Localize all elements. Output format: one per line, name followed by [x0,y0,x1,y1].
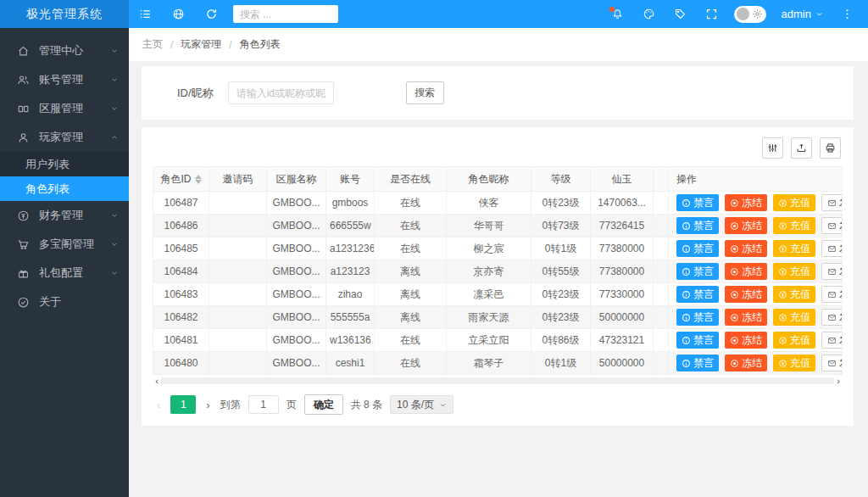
mute-icon [682,336,691,345]
goto-page-input[interactable] [248,395,279,414]
invite-code-cell [209,192,267,215]
freeze-icon [730,290,739,299]
col-actions: 操作 [669,167,843,192]
fullscreen-button[interactable] [696,0,727,28]
send-mail-button[interactable]: 发送邮件 [821,194,843,211]
recharge-button[interactable]: 充值 [773,240,815,257]
freeze-button[interactable]: 冻结 [725,332,767,349]
send-mail-button[interactable]: 发送邮件 [821,240,843,257]
table-body: 106487GMBOO...gmboos在线侠客0转23级1470063...禁… [153,192,843,375]
user-dropdown[interactable]: admin [773,8,832,20]
invite-code-cell [209,329,267,352]
xianyu-cell: 1470063... [591,192,654,215]
table-row: 106486GMBOO...666555w在线华哥哥0转73级77326415禁… [153,215,843,237]
send-mail-button[interactable]: 发送邮件 [821,263,843,280]
freeze-button[interactable]: 冻结 [725,194,767,211]
topbar-search-input[interactable] [233,5,338,23]
sidebar-item-finance-management[interactable]: 财务管理 [0,201,129,230]
online-cell: 在线 [375,329,447,352]
scroll-left-icon[interactable]: ‹ [153,377,161,385]
theme-button[interactable] [633,0,665,28]
online-cell: 离线 [375,306,447,329]
send-mail-button[interactable]: 发送邮件 [821,217,843,234]
theme-toggle[interactable] [734,6,766,23]
recharge-button[interactable]: 充值 [773,309,815,326]
sidebar-item-player-management[interactable]: 玩家管理 [0,123,129,152]
current-page[interactable]: 1 [170,395,196,414]
role-id-cell: 106486 [153,215,209,237]
breadcrumb-home[interactable]: 主页 [142,37,163,52]
mute-button[interactable]: 禁言 [676,309,719,326]
send-mail-button[interactable]: 发送邮件 [821,332,843,349]
tag-button[interactable] [665,0,696,28]
freeze-button[interactable]: 冻结 [725,355,767,371]
chevron-down-icon [439,401,447,409]
col-online: 是否在线 [375,167,447,192]
sidebar-item-management-center[interactable]: 管理中心 [0,36,129,65]
mute-button[interactable]: 禁言 [676,194,719,211]
send-mail-button[interactable]: 发送邮件 [821,286,843,303]
print-button[interactable] [820,137,841,159]
sidebar-item-account-management[interactable]: 账号管理 [0,65,129,94]
sidebar-item-server-management[interactable]: 区服管理 [0,94,129,123]
recharge-button[interactable]: 充值 [773,286,815,303]
recharge-icon [778,290,787,299]
sort-icon[interactable] [195,175,202,184]
mail-icon [827,267,837,276]
server-cell: GMBOO... [267,215,326,237]
globe-icon [172,8,185,20]
recharge-button[interactable]: 充值 [773,194,815,211]
freeze-button[interactable]: 冻结 [725,309,767,326]
check-circle-icon [17,296,30,309]
filter-columns-button[interactable] [762,137,783,159]
sidebar-item-about[interactable]: 关于 [0,288,129,316]
notifications-button[interactable] [602,0,633,28]
export-button[interactable] [791,137,812,159]
sidebar-item-gift-config[interactable]: 礼包配置 [0,259,129,288]
home-icon [17,45,30,58]
mute-button[interactable]: 禁言 [676,263,719,280]
collapse-menu-button[interactable] [129,0,162,28]
freeze-button[interactable]: 冻结 [725,263,767,280]
role-id-cell: 106485 [153,237,209,260]
search-button[interactable]: 搜索 [406,81,444,104]
mute-button[interactable]: 禁言 [676,355,719,371]
scroll-right-icon[interactable]: › [834,377,843,385]
language-button[interactable] [162,0,195,28]
sidebar-item-treasure-management[interactable]: 多宝阁管理 [0,230,129,259]
sidebar-item-role-list[interactable]: 角色列表 [0,176,129,201]
sidebar-item-user-list[interactable]: 用户列表 [0,152,129,176]
freeze-button[interactable]: 冻结 [725,286,767,303]
prev-page-icon[interactable]: ‹ [154,399,163,411]
recharge-button[interactable]: 充值 [773,332,815,349]
send-mail-button[interactable]: 发送邮件 [821,309,843,326]
account-cell: a123123 [326,260,375,283]
col-role-id[interactable]: 角色ID [153,167,209,192]
sidebar-menu: 管理中心 账号管理 区服管理 [0,28,129,316]
confirm-button[interactable]: 确定 [304,394,343,415]
mute-button[interactable]: 禁言 [676,332,719,349]
more-vertical-icon [841,8,854,20]
notification-badge [609,7,615,12]
scrollbar-track[interactable] [161,377,834,384]
send-mail-button[interactable]: 发送邮件 [821,355,843,371]
level-cell: 0转23级 [531,306,591,329]
spacer-cell [654,329,669,352]
recharge-button[interactable]: 充值 [773,217,815,234]
next-page-icon[interactable]: › [203,399,212,411]
online-cell: 在线 [375,192,447,215]
id-nickname-input[interactable] [228,81,334,104]
actions-cell: 禁言冻结充值发送邮件 [669,352,843,375]
page-size-select[interactable]: 10 条/页 [390,395,453,414]
recharge-button[interactable]: 充值 [773,355,815,371]
freeze-button[interactable]: 冻结 [725,217,767,234]
refresh-button[interactable] [195,0,228,28]
nickname-cell: 柳之宸 [447,237,531,260]
recharge-button[interactable]: 充值 [773,263,815,280]
mute-button[interactable]: 禁言 [676,286,719,303]
more-button[interactable] [832,0,863,28]
username: admin [782,8,811,20]
mute-button[interactable]: 禁言 [676,217,719,234]
mute-button[interactable]: 禁言 [676,240,719,257]
freeze-button[interactable]: 冻结 [725,240,767,257]
